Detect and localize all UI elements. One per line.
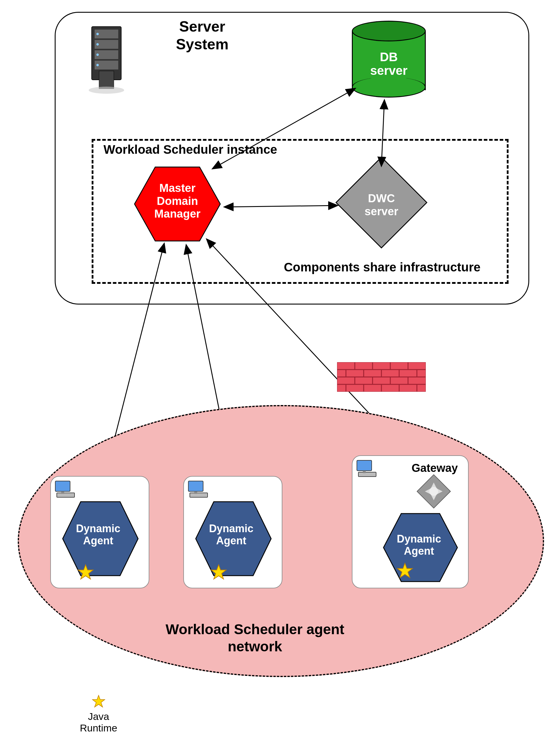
- agent-label-1: Dynamic Agent: [69, 522, 128, 547]
- db-server-node: DB server: [352, 21, 426, 98]
- svg-point-6: [96, 43, 99, 46]
- dwc-label: DWC server: [336, 192, 427, 218]
- svg-rect-43: [55, 481, 70, 491]
- svg-rect-48: [188, 481, 203, 491]
- server-system-title: Server System: [176, 18, 229, 53]
- svg-rect-50: [194, 491, 197, 494]
- svg-rect-9: [99, 71, 114, 89]
- agent-label-2: Dynamic Agent: [202, 522, 261, 547]
- components-share-text: Components share infrastructure: [284, 260, 480, 274]
- svg-rect-54: [358, 472, 376, 477]
- computer-icon: [187, 480, 211, 500]
- svg-rect-55: [363, 471, 366, 473]
- gateway-icon: [416, 474, 451, 509]
- agent-label-3: Dynamic Agent: [389, 533, 449, 557]
- svg-point-5: [96, 33, 99, 35]
- svg-point-7: [96, 54, 99, 56]
- svg-rect-44: [57, 493, 75, 497]
- server-title-line1: Server: [179, 18, 225, 35]
- star-icon: [92, 695, 105, 708]
- svg-marker-63: [397, 563, 412, 577]
- diagram-canvas: Server System DB server Workload Schedul…: [0, 0, 560, 735]
- svg-marker-64: [93, 695, 105, 707]
- server-rack-icon: [83, 24, 136, 98]
- svg-point-8: [96, 64, 99, 66]
- computer-icon: [355, 459, 379, 480]
- svg-marker-47: [78, 565, 93, 579]
- svg-rect-49: [190, 493, 208, 497]
- star-icon: [77, 564, 94, 580]
- server-title-line2: System: [176, 36, 229, 53]
- computer-icon: [54, 480, 77, 500]
- agent-network-title: Workload Scheduler agent network: [166, 621, 344, 655]
- svg-point-61: [429, 487, 438, 496]
- svg-marker-52: [211, 565, 226, 579]
- legend-text: Java Runtime: [80, 711, 117, 734]
- dynamic-agent-box-2: Dynamic Agent: [183, 476, 282, 588]
- svg-rect-45: [61, 491, 64, 494]
- svg-point-10: [89, 87, 124, 94]
- star-icon: [211, 564, 227, 580]
- db-label: DB server: [352, 50, 426, 77]
- instance-title: Workload Scheduler instance: [103, 143, 277, 157]
- dwc-server-node: DWC server: [336, 157, 427, 248]
- dynamic-agent-gateway-box: Gateway Dynamic Agent: [352, 455, 469, 588]
- firewall-icon: [337, 362, 426, 392]
- svg-rect-53: [357, 460, 372, 471]
- dynamic-agent-box-1: Dynamic Agent: [50, 476, 149, 588]
- mdm-label: Master Domain Manager: [148, 182, 207, 221]
- gateway-label: Gateway: [412, 462, 458, 475]
- star-icon: [397, 563, 413, 579]
- legend-java-runtime: Java Runtime: [80, 695, 117, 734]
